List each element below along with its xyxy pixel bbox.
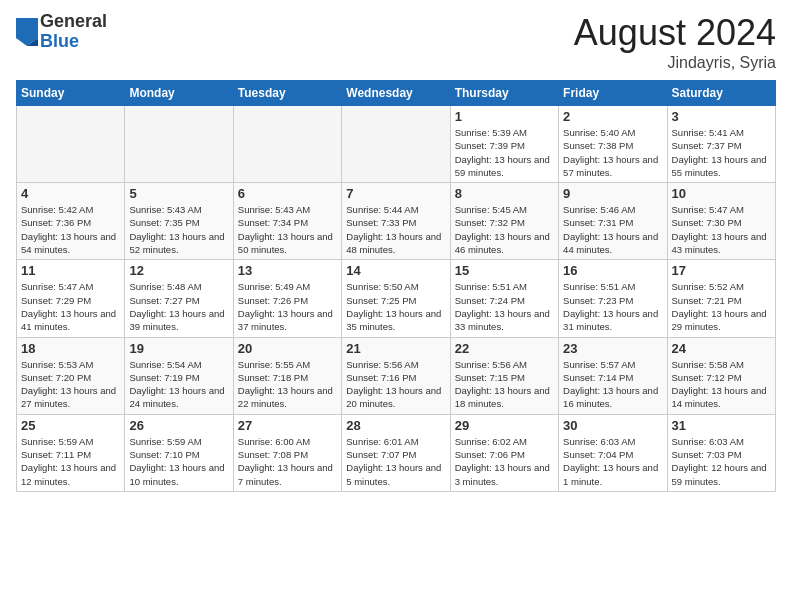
page: General Blue August 2024 Jindayris, Syri… <box>0 0 792 612</box>
month-title: August 2024 <box>574 12 776 54</box>
day-info: Sunrise: 5:51 AMSunset: 7:23 PMDaylight:… <box>563 280 662 333</box>
table-cell: 11Sunrise: 5:47 AMSunset: 7:29 PMDayligh… <box>17 260 125 337</box>
day-info: Sunrise: 5:56 AMSunset: 7:16 PMDaylight:… <box>346 358 445 411</box>
table-cell: 5Sunrise: 5:43 AMSunset: 7:35 PMDaylight… <box>125 183 233 260</box>
table-cell: 12Sunrise: 5:48 AMSunset: 7:27 PMDayligh… <box>125 260 233 337</box>
day-number: 21 <box>346 341 445 356</box>
header-thursday: Thursday <box>450 81 558 106</box>
day-number: 22 <box>455 341 554 356</box>
day-number: 19 <box>129 341 228 356</box>
day-number: 9 <box>563 186 662 201</box>
day-info: Sunrise: 5:56 AMSunset: 7:15 PMDaylight:… <box>455 358 554 411</box>
day-number: 31 <box>672 418 771 433</box>
week-row-3: 18Sunrise: 5:53 AMSunset: 7:20 PMDayligh… <box>17 337 776 414</box>
day-info: Sunrise: 5:47 AMSunset: 7:30 PMDaylight:… <box>672 203 771 256</box>
table-cell: 20Sunrise: 5:55 AMSunset: 7:18 PMDayligh… <box>233 337 341 414</box>
table-cell: 15Sunrise: 5:51 AMSunset: 7:24 PMDayligh… <box>450 260 558 337</box>
day-info: Sunrise: 5:47 AMSunset: 7:29 PMDaylight:… <box>21 280 120 333</box>
day-number: 20 <box>238 341 337 356</box>
week-row-1: 4Sunrise: 5:42 AMSunset: 7:36 PMDaylight… <box>17 183 776 260</box>
day-info: Sunrise: 5:55 AMSunset: 7:18 PMDaylight:… <box>238 358 337 411</box>
table-cell: 10Sunrise: 5:47 AMSunset: 7:30 PMDayligh… <box>667 183 775 260</box>
day-info: Sunrise: 6:03 AMSunset: 7:03 PMDaylight:… <box>672 435 771 488</box>
day-number: 6 <box>238 186 337 201</box>
day-info: Sunrise: 5:59 AMSunset: 7:10 PMDaylight:… <box>129 435 228 488</box>
day-number: 23 <box>563 341 662 356</box>
day-info: Sunrise: 5:50 AMSunset: 7:25 PMDaylight:… <box>346 280 445 333</box>
day-info: Sunrise: 5:39 AMSunset: 7:39 PMDaylight:… <box>455 126 554 179</box>
day-number: 29 <box>455 418 554 433</box>
day-info: Sunrise: 5:48 AMSunset: 7:27 PMDaylight:… <box>129 280 228 333</box>
table-cell <box>342 106 450 183</box>
day-info: Sunrise: 6:01 AMSunset: 7:07 PMDaylight:… <box>346 435 445 488</box>
day-info: Sunrise: 6:00 AMSunset: 7:08 PMDaylight:… <box>238 435 337 488</box>
table-cell: 7Sunrise: 5:44 AMSunset: 7:33 PMDaylight… <box>342 183 450 260</box>
day-number: 16 <box>563 263 662 278</box>
day-info: Sunrise: 5:53 AMSunset: 7:20 PMDaylight:… <box>21 358 120 411</box>
day-number: 7 <box>346 186 445 201</box>
day-number: 14 <box>346 263 445 278</box>
day-info: Sunrise: 5:58 AMSunset: 7:12 PMDaylight:… <box>672 358 771 411</box>
day-number: 15 <box>455 263 554 278</box>
table-cell: 25Sunrise: 5:59 AMSunset: 7:11 PMDayligh… <box>17 414 125 491</box>
day-number: 12 <box>129 263 228 278</box>
table-cell: 2Sunrise: 5:40 AMSunset: 7:38 PMDaylight… <box>559 106 667 183</box>
table-cell: 31Sunrise: 6:03 AMSunset: 7:03 PMDayligh… <box>667 414 775 491</box>
table-cell: 18Sunrise: 5:53 AMSunset: 7:20 PMDayligh… <box>17 337 125 414</box>
day-info: Sunrise: 5:54 AMSunset: 7:19 PMDaylight:… <box>129 358 228 411</box>
table-cell: 16Sunrise: 5:51 AMSunset: 7:23 PMDayligh… <box>559 260 667 337</box>
table-cell: 8Sunrise: 5:45 AMSunset: 7:32 PMDaylight… <box>450 183 558 260</box>
day-number: 10 <box>672 186 771 201</box>
table-cell: 23Sunrise: 5:57 AMSunset: 7:14 PMDayligh… <box>559 337 667 414</box>
day-number: 4 <box>21 186 120 201</box>
table-cell: 17Sunrise: 5:52 AMSunset: 7:21 PMDayligh… <box>667 260 775 337</box>
day-number: 24 <box>672 341 771 356</box>
day-info: Sunrise: 5:57 AMSunset: 7:14 PMDaylight:… <box>563 358 662 411</box>
week-row-2: 11Sunrise: 5:47 AMSunset: 7:29 PMDayligh… <box>17 260 776 337</box>
table-cell: 27Sunrise: 6:00 AMSunset: 7:08 PMDayligh… <box>233 414 341 491</box>
header-tuesday: Tuesday <box>233 81 341 106</box>
weekday-header-row: Sunday Monday Tuesday Wednesday Thursday… <box>17 81 776 106</box>
logo-blue-text: Blue <box>40 32 107 52</box>
day-info: Sunrise: 5:41 AMSunset: 7:37 PMDaylight:… <box>672 126 771 179</box>
day-info: Sunrise: 5:40 AMSunset: 7:38 PMDaylight:… <box>563 126 662 179</box>
header: General Blue August 2024 Jindayris, Syri… <box>16 12 776 72</box>
day-number: 27 <box>238 418 337 433</box>
day-number: 17 <box>672 263 771 278</box>
table-cell <box>125 106 233 183</box>
day-number: 25 <box>21 418 120 433</box>
header-friday: Friday <box>559 81 667 106</box>
table-cell: 14Sunrise: 5:50 AMSunset: 7:25 PMDayligh… <box>342 260 450 337</box>
week-row-0: 1Sunrise: 5:39 AMSunset: 7:39 PMDaylight… <box>17 106 776 183</box>
table-cell: 19Sunrise: 5:54 AMSunset: 7:19 PMDayligh… <box>125 337 233 414</box>
table-cell: 1Sunrise: 5:39 AMSunset: 7:39 PMDaylight… <box>450 106 558 183</box>
logo-icon <box>16 18 38 46</box>
day-info: Sunrise: 5:42 AMSunset: 7:36 PMDaylight:… <box>21 203 120 256</box>
day-number: 5 <box>129 186 228 201</box>
location: Jindayris, Syria <box>574 54 776 72</box>
day-info: Sunrise: 6:02 AMSunset: 7:06 PMDaylight:… <box>455 435 554 488</box>
table-cell: 24Sunrise: 5:58 AMSunset: 7:12 PMDayligh… <box>667 337 775 414</box>
table-cell <box>17 106 125 183</box>
day-info: Sunrise: 5:46 AMSunset: 7:31 PMDaylight:… <box>563 203 662 256</box>
table-cell: 22Sunrise: 5:56 AMSunset: 7:15 PMDayligh… <box>450 337 558 414</box>
day-number: 8 <box>455 186 554 201</box>
title-block: August 2024 Jindayris, Syria <box>574 12 776 72</box>
header-saturday: Saturday <box>667 81 775 106</box>
day-number: 18 <box>21 341 120 356</box>
day-info: Sunrise: 5:45 AMSunset: 7:32 PMDaylight:… <box>455 203 554 256</box>
table-cell: 13Sunrise: 5:49 AMSunset: 7:26 PMDayligh… <box>233 260 341 337</box>
day-info: Sunrise: 5:49 AMSunset: 7:26 PMDaylight:… <box>238 280 337 333</box>
day-info: Sunrise: 5:52 AMSunset: 7:21 PMDaylight:… <box>672 280 771 333</box>
calendar-table: Sunday Monday Tuesday Wednesday Thursday… <box>16 80 776 492</box>
day-number: 30 <box>563 418 662 433</box>
day-info: Sunrise: 5:51 AMSunset: 7:24 PMDaylight:… <box>455 280 554 333</box>
day-info: Sunrise: 5:43 AMSunset: 7:35 PMDaylight:… <box>129 203 228 256</box>
day-number: 2 <box>563 109 662 124</box>
day-number: 28 <box>346 418 445 433</box>
header-wednesday: Wednesday <box>342 81 450 106</box>
header-sunday: Sunday <box>17 81 125 106</box>
logo-general-text: General <box>40 12 107 32</box>
table-cell: 29Sunrise: 6:02 AMSunset: 7:06 PMDayligh… <box>450 414 558 491</box>
day-info: Sunrise: 5:43 AMSunset: 7:34 PMDaylight:… <box>238 203 337 256</box>
